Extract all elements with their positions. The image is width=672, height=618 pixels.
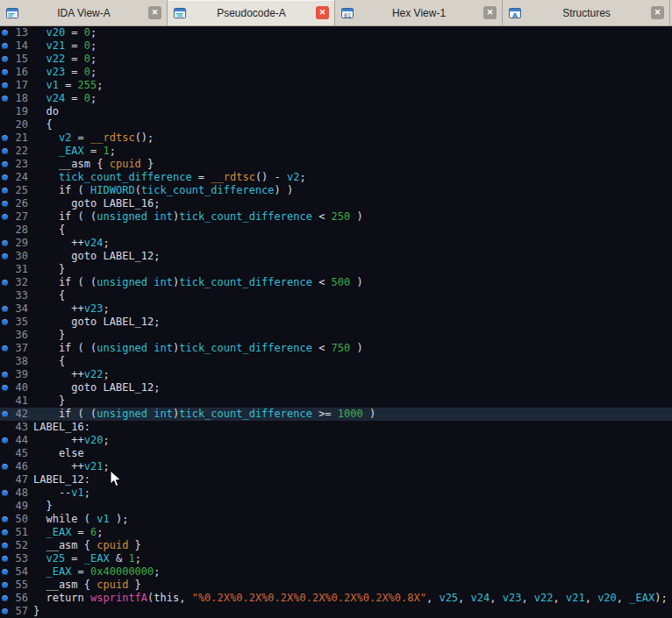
tab-ida-view-a[interactable]: IDA View-A✕ — [0, 0, 168, 25]
code-line-50[interactable]: 50 while ( v1 ); — [0, 513, 672, 526]
breakpoint-gutter[interactable] — [0, 447, 11, 460]
tab-structures[interactable]: AStructures✕ — [503, 0, 670, 25]
breakpoint-dot[interactable] — [0, 316, 11, 329]
breakpoint-gutter[interactable] — [0, 421, 11, 434]
breakpoint-dot[interactable] — [0, 79, 11, 92]
close-icon[interactable]: ✕ — [651, 6, 664, 19]
code-line-19[interactable]: 19 do — [0, 105, 672, 118]
code-line-56[interactable]: 56 return wsprintfA(this, "%0.2X%0.2X%0.… — [0, 592, 672, 605]
code-line-40[interactable]: 40 goto LABEL_12; — [0, 381, 672, 394]
breakpoint-dot[interactable] — [0, 381, 11, 394]
breakpoint-dot[interactable] — [0, 53, 11, 66]
code-line-31[interactable]: 31 } — [0, 263, 672, 276]
breakpoint-gutter[interactable] — [0, 355, 11, 368]
breakpoint-dot[interactable] — [0, 145, 11, 158]
breakpoint-dot[interactable] — [0, 408, 11, 421]
breakpoint-dot[interactable] — [0, 434, 11, 447]
code-line-54[interactable]: 54 _EAX = 0x40000000; — [0, 565, 672, 579]
code-line-13[interactable]: 13 v20 = 0; — [0, 26, 672, 39]
code-line-39[interactable]: 39 ++v22; — [0, 368, 672, 381]
code-text: goto LABEL_12; — [33, 250, 161, 263]
tab-pseudocode-a[interactable]: Pseudocode-A✕ — [168, 0, 335, 25]
breakpoint-gutter[interactable] — [0, 394, 11, 408]
code-line-37[interactable]: 37 if ( (unsigned int)tick_count_differe… — [0, 342, 672, 355]
code-line-30[interactable]: 30 goto LABEL_12; — [0, 250, 672, 263]
code-line-27[interactable]: 27 if ( (unsigned int)tick_count_differe… — [0, 210, 672, 224]
code-line-26[interactable]: 26 goto LABEL_16; — [0, 197, 672, 210]
breakpoint-dot[interactable] — [0, 237, 11, 250]
breakpoint-gutter[interactable] — [0, 289, 11, 302]
breakpoint-dot[interactable] — [0, 66, 11, 79]
breakpoint-dot[interactable] — [0, 158, 11, 171]
code-line-33[interactable]: 33 { — [0, 289, 672, 302]
breakpoint-dot[interactable] — [0, 302, 11, 316]
breakpoint-dot[interactable] — [0, 460, 11, 473]
breakpoint-dot[interactable] — [0, 197, 11, 210]
tab-hex-view-1[interactable]: 01Hex View-1✕ — [335, 0, 503, 25]
code-line-23[interactable]: 23 __asm { cpuid } — [0, 158, 672, 171]
breakpoint-dot[interactable] — [0, 171, 11, 184]
breakpoint-dot[interactable] — [0, 184, 11, 197]
breakpoint-dot[interactable] — [0, 131, 11, 145]
breakpoint-gutter[interactable] — [0, 500, 11, 513]
breakpoint-dot[interactable] — [0, 565, 11, 579]
breakpoint-dot[interactable] — [0, 26, 11, 39]
close-icon[interactable]: ✕ — [316, 6, 329, 19]
code-line-18[interactable]: 18 v24 = 0; — [0, 92, 672, 105]
code-line-34[interactable]: 34 ++v23; — [0, 302, 672, 316]
breakpoint-dot[interactable] — [0, 39, 11, 53]
code-line-53[interactable]: 53 v25 = _EAX & 1; — [0, 552, 672, 565]
code-line-38[interactable]: 38 { — [0, 355, 672, 368]
breakpoint-dot[interactable] — [0, 92, 11, 105]
code-line-43[interactable]: 43LABEL_16: — [0, 421, 672, 434]
code-line-49[interactable]: 49 } — [0, 500, 672, 513]
breakpoint-dot[interactable] — [0, 592, 11, 605]
code-line-48[interactable]: 48 --v1; — [0, 487, 672, 500]
code-line-20[interactable]: 20 { — [0, 118, 672, 131]
code-line-17[interactable]: 17 v1 = 255; — [0, 79, 672, 92]
code-line-21[interactable]: 21 v2 = __rdtsc(); — [0, 131, 672, 145]
code-line-28[interactable]: 28 { — [0, 224, 672, 237]
breakpoint-gutter[interactable] — [0, 118, 11, 131]
code-line-45[interactable]: 45 else — [0, 447, 672, 460]
close-icon[interactable]: ✕ — [148, 6, 161, 19]
breakpoint-gutter[interactable] — [0, 224, 11, 237]
breakpoint-dot[interactable] — [0, 513, 11, 526]
code-line-32[interactable]: 32 if ( (unsigned int)tick_count_differe… — [0, 276, 672, 289]
breakpoint-dot[interactable] — [0, 250, 11, 263]
code-line-42[interactable]: 42 if ( (unsigned int)tick_count_differe… — [0, 408, 672, 421]
close-icon[interactable]: ✕ — [483, 6, 497, 19]
breakpoint-gutter[interactable] — [0, 329, 11, 342]
breakpoint-dot[interactable] — [0, 210, 11, 224]
code-line-47[interactable]: 47LABEL_12: — [0, 473, 672, 487]
code-line-25[interactable]: 25 if ( HIDWORD(tick_count_difference) ) — [0, 184, 672, 197]
code-line-35[interactable]: 35 goto LABEL_12; — [0, 316, 672, 329]
code-line-15[interactable]: 15 v22 = 0; — [0, 53, 672, 66]
breakpoint-dot[interactable] — [0, 539, 11, 552]
breakpoint-dot[interactable] — [0, 368, 11, 381]
code-line-57[interactable]: 57} — [0, 605, 672, 618]
breakpoint-gutter[interactable] — [0, 105, 11, 118]
code-line-44[interactable]: 44 ++v20; — [0, 434, 672, 447]
code-line-22[interactable]: 22 _EAX = 1; — [0, 145, 672, 158]
breakpoint-dot[interactable] — [0, 605, 11, 618]
breakpoint-dot[interactable] — [0, 579, 11, 592]
breakpoint-dot[interactable] — [0, 487, 11, 500]
breakpoint-gutter[interactable] — [0, 473, 11, 487]
code-line-46[interactable]: 46 ++v21; — [0, 460, 672, 473]
code-line-36[interactable]: 36 } — [0, 329, 672, 342]
code-line-24[interactable]: 24 tick_count_difference = __rdtsc() - v… — [0, 171, 672, 184]
code-line-41[interactable]: 41 } — [0, 394, 672, 408]
breakpoint-dot[interactable] — [0, 276, 11, 289]
code-line-14[interactable]: 14 v21 = 0; — [0, 39, 672, 53]
code-line-55[interactable]: 55 __asm { cpuid } — [0, 579, 672, 592]
code-line-29[interactable]: 29 ++v24; — [0, 237, 672, 250]
breakpoint-dot[interactable] — [0, 342, 11, 355]
breakpoint-dot[interactable] — [0, 552, 11, 565]
code-line-52[interactable]: 52 __asm { cpuid } — [0, 539, 672, 552]
breakpoint-gutter[interactable] — [0, 263, 11, 276]
code-text: ++v24; — [33, 237, 110, 250]
code-line-51[interactable]: 51 _EAX = 6; — [0, 526, 672, 539]
breakpoint-dot[interactable] — [0, 526, 11, 539]
code-line-16[interactable]: 16 v23 = 0; — [0, 66, 672, 79]
